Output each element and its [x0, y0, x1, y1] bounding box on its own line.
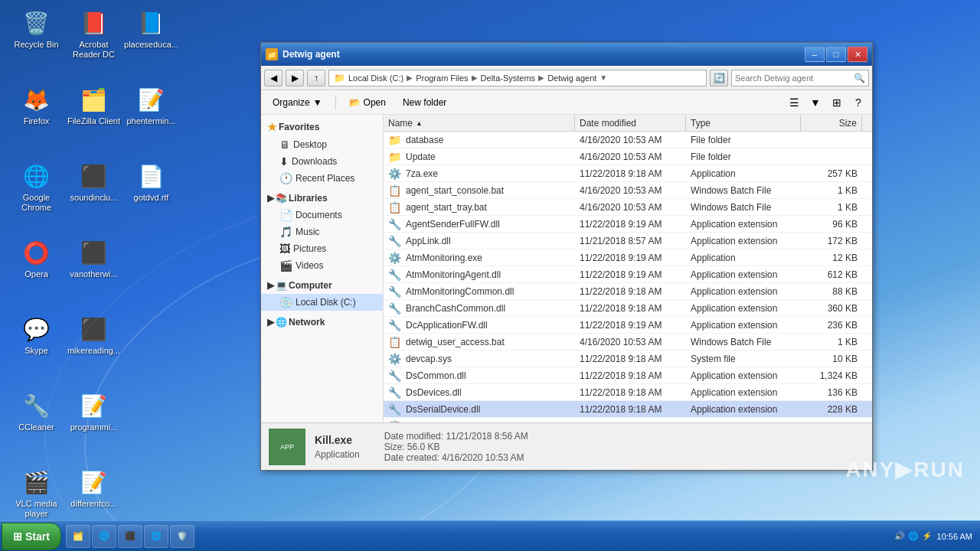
computer-header[interactable]: ▶ 💻 Computer: [261, 277, 383, 294]
table-row[interactable]: 📁 database 4/16/2020 10:53 AM File folde…: [384, 132, 872, 148]
table-row[interactable]: 📁 Update 4/16/2020 10:53 AM File folder: [384, 148, 872, 165]
sidebar-item-videos[interactable]: 🎬 Videos: [261, 257, 383, 274]
table-row[interactable]: 🔧 DsSerialDevice.dll 11/22/2018 9:18 AM …: [384, 401, 872, 418]
desktop-icon-acrobat[interactable]: 📕 Acrobat Reader DC: [65, 8, 122, 60]
file-type-icon: 📋: [388, 201, 401, 214]
desktop-icon-phentermin[interactable]: 📝 phentermin...: [122, 84, 180, 126]
taskbar-app-explorer[interactable]: 🗂️: [66, 525, 90, 548]
preview-pane-button[interactable]: ⊞: [828, 94, 846, 111]
minimize-button[interactable]: –: [805, 47, 825, 62]
table-row[interactable]: 📋 agent_start_tray.bat 4/16/2020 10:53 A…: [384, 199, 872, 216]
file-date-cell: 11/22/2018 9:19 AM: [575, 317, 686, 333]
network-arrow: ▶: [267, 317, 274, 328]
maximize-button[interactable]: □: [826, 47, 846, 62]
view-dropdown-button[interactable]: ▼: [806, 94, 825, 111]
search-input[interactable]: [735, 73, 851, 83]
libraries-header[interactable]: ▶ 📚 Libraries: [261, 190, 383, 207]
table-row[interactable]: 🔧 AtmMonitoringAgent.dll 11/22/2018 9:19…: [384, 266, 872, 283]
table-row[interactable]: 📋 detwig_user_access.bat 4/16/2020 10:53…: [384, 334, 872, 350]
network-header[interactable]: ▶ 🌐 Network: [261, 314, 383, 331]
file-date-cell: 4/16/2020 10:53 AM: [575, 199, 686, 215]
close-button[interactable]: ✕: [848, 47, 867, 62]
forward-button[interactable]: ▶: [286, 70, 304, 86]
desktop-icon-filezilla[interactable]: 🗂️ FileZilla Client: [65, 84, 122, 126]
desktop-icon-vanother[interactable]: ⬛ vanotherwi...: [65, 237, 122, 279]
desktop-icon-programmi[interactable]: 📝 programmi...: [65, 390, 122, 432]
sidebar-item-documents[interactable]: 📄 Documents: [261, 207, 383, 223]
table-row[interactable]: ⚙️ devcap.sys 11/22/2018 9:18 AM System …: [384, 350, 872, 367]
col-header-size[interactable]: Size: [801, 115, 862, 131]
table-row[interactable]: 🔧 BranchCashCommon.dll 11/22/2018 9:18 A…: [384, 300, 872, 317]
favorites-header[interactable]: ★ Favorites: [261, 118, 383, 136]
organize-button[interactable]: Organize ▼: [266, 93, 329, 112]
new-folder-button[interactable]: New folder: [396, 93, 453, 112]
desktop-icon-places[interactable]: 📘 placeseduca...: [122, 8, 180, 50]
table-row[interactable]: 🔧 DcApplicationFW.dll 11/22/2018 9:19 AM…: [384, 317, 872, 334]
recycle-bin-label: Recycle Bin: [14, 40, 58, 50]
file-type-icon: 🔧: [388, 319, 401, 331]
desktop-icon-mikeread[interactable]: ⬛ mikereading...: [65, 314, 122, 356]
status-info: Kill.exe Application: [315, 434, 360, 460]
table-row[interactable]: 🔧 AgentSenderFullFW.dll 11/22/2018 9:19 …: [384, 216, 872, 233]
desktop-icon-gotdvd[interactable]: 📄 gotdvd.rtf: [122, 161, 180, 203]
file-date-cell: 11/22/2018 9:18 AM: [575, 401, 686, 417]
table-row[interactable]: ⚙️ AtmMonitoring.exe 11/22/2018 9:19 AM …: [384, 249, 872, 266]
file-name: agent_start_tray.bat: [406, 202, 487, 213]
desktop-icon-vlc[interactable]: 🎬 VLC media player: [8, 467, 65, 519]
table-row[interactable]: 🔧 DsDevices.dll 11/22/2018 9:18 AM Appli…: [384, 384, 872, 401]
file-type-cell: Application extension: [686, 216, 801, 232]
address-path[interactable]: 📁 Local Disk (C:) ▶ Program Files ▶ Delt…: [328, 70, 707, 86]
desktop-icon-skype[interactable]: 💬 Skype: [8, 314, 65, 356]
table-row[interactable]: 🔧 AppLink.dll 11/21/2018 8:57 AM Applica…: [384, 233, 872, 249]
sidebar-item-desktop[interactable]: 🖥 Desktop: [261, 136, 383, 153]
col-header-type[interactable]: Type: [686, 115, 801, 131]
file-name-cell: 🔧 DsSerialDevice.dll: [384, 401, 575, 417]
col-header-name[interactable]: Name ▲: [384, 115, 575, 131]
network-label: Network: [289, 317, 325, 328]
help-button[interactable]: ?: [849, 94, 867, 111]
file-name-cell: ⚙️ AtmMonitoring.exe: [384, 249, 575, 266]
desktop-icon-firefox[interactable]: 🦊 Firefox: [8, 84, 65, 126]
sidebar-item-downloads[interactable]: ⬇ Downloads: [261, 153, 383, 170]
desktop-icon-chrome[interactable]: 🌐 Google Chrome: [8, 161, 65, 213]
search-box[interactable]: 🔍: [731, 70, 869, 86]
col-header-date[interactable]: Date modified: [575, 115, 686, 131]
refresh-button[interactable]: 🔄: [710, 70, 728, 86]
file-size-cell: 360 KB: [801, 300, 862, 316]
file-type-cell: Application extension: [686, 401, 801, 417]
taskbar-app-antivirus[interactable]: 🛡️: [170, 525, 194, 548]
desktop-icon-soundincl[interactable]: ⬛ soundinclu...: [65, 161, 122, 203]
taskbar-app-chrome[interactable]: 🌐: [144, 525, 168, 548]
table-row[interactable]: 🔧 AtmMonitoringCommon.dll 11/22/2018 9:1…: [384, 283, 872, 300]
file-date-cell: 11/22/2018 9:18 AM: [575, 283, 686, 299]
table-row[interactable]: 📋 agent_start_console.bat 4/16/2020 10:5…: [384, 182, 872, 199]
desktop-icon-recycle-bin[interactable]: 🗑️ Recycle Bin: [8, 8, 65, 50]
start-button[interactable]: ⊞ Start: [2, 523, 61, 550]
desktop-icon-differentc[interactable]: 📝 differentco...: [65, 467, 122, 509]
sidebar-item-local-disk[interactable]: 💿 Local Disk (C:): [261, 294, 383, 311]
differentc-icon: 📝: [79, 467, 109, 497]
sidebar-item-recent[interactable]: 🕐 Recent Places: [261, 170, 383, 187]
start-label: Start: [25, 530, 50, 543]
firefox-icon: 🦊: [21, 84, 52, 115]
desktop-icon-opera[interactable]: ⭕ Opera: [8, 237, 65, 279]
desktop-icon-ccleaner[interactable]: 🔧 CCleaner: [8, 390, 65, 432]
file-name-cell: 🔧 DsDevices.dll: [384, 384, 575, 400]
up-button[interactable]: ↑: [307, 70, 325, 86]
recent-label: Recent Places: [296, 173, 354, 184]
open-button[interactable]: 📂 Open: [342, 93, 393, 112]
status-size: Size: 56.0 KB: [384, 442, 528, 452]
taskbar-app-ie[interactable]: 🌐: [92, 525, 116, 548]
back-button[interactable]: ◀: [264, 70, 283, 86]
view-toggle-button[interactable]: ☰: [785, 94, 803, 111]
status-date-created: Date created: 4/16/2020 10:53 AM: [384, 452, 528, 463]
sidebar-item-music[interactable]: 🎵 Music: [261, 223, 383, 240]
computer-label: Computer: [289, 280, 332, 291]
taskbar-app-cmd[interactable]: ⬛: [118, 525, 142, 548]
table-row[interactable]: 🔧 DsCommon.dll 11/22/2018 9:18 AM Applic…: [384, 367, 872, 384]
sidebar-item-pictures[interactable]: 🖼 Pictures: [261, 240, 383, 257]
acrobat-label: Acrobat Reader DC: [65, 40, 122, 60]
table-row[interactable]: ⚙️ 7za.exe 11/22/2018 9:18 AM Applicatio…: [384, 165, 872, 182]
file-size-cell: 1 KB: [801, 182, 862, 198]
file-type-icon: ⚙️: [388, 353, 401, 365]
